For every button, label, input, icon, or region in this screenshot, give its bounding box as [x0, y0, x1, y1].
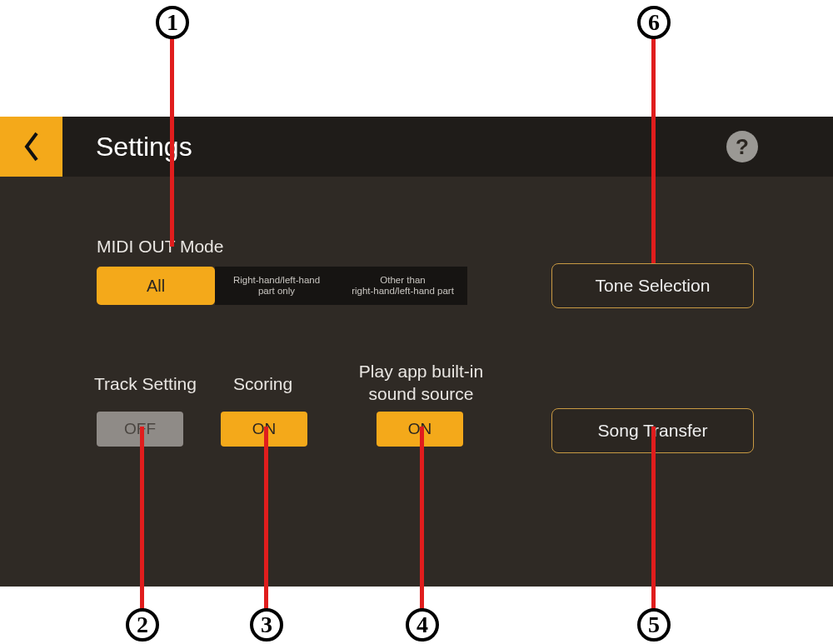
- callout-line-2: [140, 427, 144, 610]
- callout-number-2: 2: [137, 612, 148, 638]
- callout-line-6: [651, 38, 656, 263]
- midi-option-all[interactable]: All: [97, 267, 215, 305]
- header-bar: Settings ?: [0, 117, 833, 177]
- scoring-label: Scoring: [233, 374, 292, 394]
- chevron-left-icon: [23, 132, 40, 162]
- callout-badge-4: 4: [406, 608, 439, 642]
- main-panel: MIDI OUT Mode All Right-hand/left-hand p…: [0, 177, 833, 587]
- callout-badge-3: 3: [250, 608, 283, 642]
- callout-badge-1: 1: [156, 6, 189, 39]
- midi-option-other-than[interactable]: Other than right-hand/left-hand part: [338, 267, 467, 305]
- midi-option-all-label: All: [147, 277, 165, 295]
- callout-line-3: [264, 427, 268, 610]
- track-setting-label: Track Setting: [94, 374, 197, 394]
- callout-number-3: 3: [261, 612, 272, 638]
- callout-number-4: 4: [416, 612, 428, 638]
- callout-badge-6: 6: [637, 6, 671, 39]
- callout-number-5: 5: [648, 612, 660, 638]
- page-title: Settings: [96, 132, 192, 162]
- callout-badge-2: 2: [126, 608, 159, 642]
- play-builtin-label: Play app built-in sound source: [340, 360, 502, 406]
- midi-option-parts-only-label: Right-hand/left-hand part only: [233, 275, 320, 296]
- help-icon: ?: [736, 134, 749, 160]
- callout-line-1: [170, 38, 174, 247]
- callout-number-1: 1: [167, 9, 178, 36]
- midi-out-mode-label: MIDI OUT Mode: [97, 237, 223, 257]
- help-button[interactable]: ?: [726, 131, 758, 162]
- back-button[interactable]: [0, 117, 62, 177]
- tone-selection-label: Tone Selection: [596, 276, 711, 296]
- midi-option-parts-only[interactable]: Right-hand/left-hand part only: [215, 267, 338, 305]
- callout-line-4: [420, 427, 424, 610]
- callout-line-5: [651, 427, 656, 610]
- callout-number-6: 6: [648, 9, 660, 36]
- midi-option-other-than-label: Other than right-hand/left-hand part: [352, 275, 454, 296]
- midi-out-mode-segment: All Right-hand/left-hand part only Other…: [97, 267, 467, 305]
- tone-selection-button[interactable]: Tone Selection: [551, 263, 754, 308]
- callout-badge-5: 5: [637, 608, 671, 642]
